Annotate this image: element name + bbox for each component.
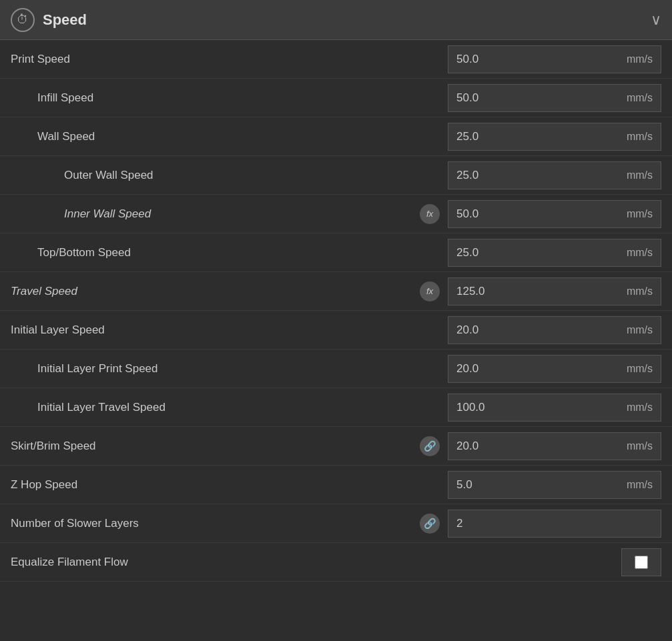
value-container-skirt-brim-speed: mm/s: [448, 432, 661, 460]
header-left: ⏱ Speed: [11, 8, 87, 32]
header: ⏱ Speed ∨: [0, 0, 672, 40]
value-container-top-bottom-speed: mm/s: [448, 239, 661, 267]
input-initial-layer-print-speed[interactable]: [448, 362, 627, 376]
checkbox-container-equalize-filament-flow: [621, 548, 661, 576]
setting-row-top-bottom-speed: Top/Bottom Speedmm/s: [0, 233, 672, 272]
setting-row-initial-layer-travel-speed: Initial Layer Travel Speedmm/s: [0, 388, 672, 427]
chevron-down-icon[interactable]: ∨: [651, 11, 661, 29]
value-container-wall-speed: mm/s: [448, 123, 661, 151]
input-number-of-slower-layers[interactable]: [448, 517, 661, 530]
input-skirt-brim-speed[interactable]: [448, 440, 627, 453]
label-number-of-slower-layers: Number of Slower Layers: [11, 517, 420, 530]
fx-badge-travel-speed[interactable]: fx: [420, 281, 440, 301]
label-initial-layer-travel-speed: Initial Layer Travel Speed: [11, 401, 448, 414]
input-top-bottom-speed[interactable]: [448, 246, 627, 259]
setting-row-initial-layer-print-speed: Initial Layer Print Speedmm/s: [0, 350, 672, 388]
input-wall-speed[interactable]: [448, 130, 627, 143]
speed-icon: ⏱: [11, 8, 35, 32]
input-travel-speed[interactable]: [448, 285, 627, 298]
value-container-initial-layer-travel-speed: mm/s: [448, 394, 661, 422]
label-inner-wall-speed: Inner Wall Speed: [11, 207, 420, 221]
input-print-speed[interactable]: [448, 53, 627, 66]
value-container-inner-wall-speed: mm/s: [448, 200, 661, 228]
input-outer-wall-speed[interactable]: [448, 169, 627, 182]
setting-row-z-hop-speed: Z Hop Speedmm/s: [0, 466, 672, 504]
label-infill-speed: Infill Speed: [11, 91, 448, 105]
unit-outer-wall-speed: mm/s: [627, 169, 661, 181]
unit-initial-layer-print-speed: mm/s: [627, 363, 661, 375]
setting-row-equalize-filament-flow: Equalize Filament Flow: [0, 543, 672, 582]
unit-top-bottom-speed: mm/s: [627, 247, 661, 259]
label-wall-speed: Wall Speed: [11, 130, 448, 143]
link-badge-skirt-brim-speed[interactable]: 🔗: [420, 436, 440, 456]
unit-infill-speed: mm/s: [627, 92, 661, 104]
label-skirt-brim-speed: Skirt/Brim Speed: [11, 440, 420, 453]
setting-row-travel-speed: Travel Speedfxmm/s: [0, 272, 672, 311]
unit-travel-speed: mm/s: [627, 285, 661, 297]
checkbox-equalize-filament-flow[interactable]: [635, 556, 648, 569]
value-container-print-speed: mm/s: [448, 45, 661, 73]
header-title: Speed: [43, 11, 87, 29]
input-initial-layer-travel-speed[interactable]: [448, 401, 627, 414]
setting-row-initial-layer-speed: Initial Layer Speedmm/s: [0, 311, 672, 350]
unit-skirt-brim-speed: mm/s: [627, 440, 661, 452]
value-container-travel-speed: mm/s: [448, 277, 661, 305]
input-inner-wall-speed[interactable]: [448, 207, 627, 221]
value-container-z-hop-speed: mm/s: [448, 471, 661, 499]
unit-print-speed: mm/s: [627, 53, 661, 65]
link-badge-number-of-slower-layers[interactable]: 🔗: [420, 514, 440, 534]
setting-row-skirt-brim-speed: Skirt/Brim Speed🔗mm/s: [0, 427, 672, 466]
label-print-speed: Print Speed: [11, 53, 448, 66]
unit-wall-speed: mm/s: [627, 131, 661, 143]
label-top-bottom-speed: Top/Bottom Speed: [11, 246, 448, 259]
label-initial-layer-speed: Initial Layer Speed: [11, 324, 448, 337]
input-initial-layer-speed[interactable]: [448, 324, 627, 337]
setting-row-wall-speed: Wall Speedmm/s: [0, 117, 672, 156]
fx-badge-inner-wall-speed[interactable]: fx: [420, 204, 440, 224]
input-infill-speed[interactable]: [448, 91, 627, 105]
value-container-initial-layer-speed: mm/s: [448, 316, 661, 344]
unit-initial-layer-travel-speed: mm/s: [627, 402, 661, 414]
value-container-outer-wall-speed: mm/s: [448, 161, 661, 189]
label-equalize-filament-flow: Equalize Filament Flow: [11, 556, 621, 569]
value-container-number-of-slower-layers: [448, 510, 661, 538]
value-container-infill-speed: mm/s: [448, 84, 661, 112]
label-z-hop-speed: Z Hop Speed: [11, 478, 448, 492]
label-outer-wall-speed: Outer Wall Speed: [11, 169, 448, 182]
input-z-hop-speed[interactable]: [448, 478, 627, 492]
setting-row-print-speed: Print Speedmm/s: [0, 40, 672, 79]
value-container-initial-layer-print-speed: mm/s: [448, 355, 661, 383]
setting-row-infill-speed: Infill Speedmm/s: [0, 79, 672, 117]
label-initial-layer-print-speed: Initial Layer Print Speed: [11, 362, 448, 376]
label-travel-speed: Travel Speed: [11, 285, 420, 298]
setting-row-outer-wall-speed: Outer Wall Speedmm/s: [0, 156, 672, 195]
settings-container: Print Speedmm/sInfill Speedmm/sWall Spee…: [0, 40, 672, 582]
unit-z-hop-speed: mm/s: [627, 479, 661, 491]
unit-initial-layer-speed: mm/s: [627, 324, 661, 336]
unit-inner-wall-speed: mm/s: [627, 208, 661, 220]
setting-row-inner-wall-speed: Inner Wall Speedfxmm/s: [0, 195, 672, 233]
setting-row-number-of-slower-layers: Number of Slower Layers🔗: [0, 504, 672, 543]
